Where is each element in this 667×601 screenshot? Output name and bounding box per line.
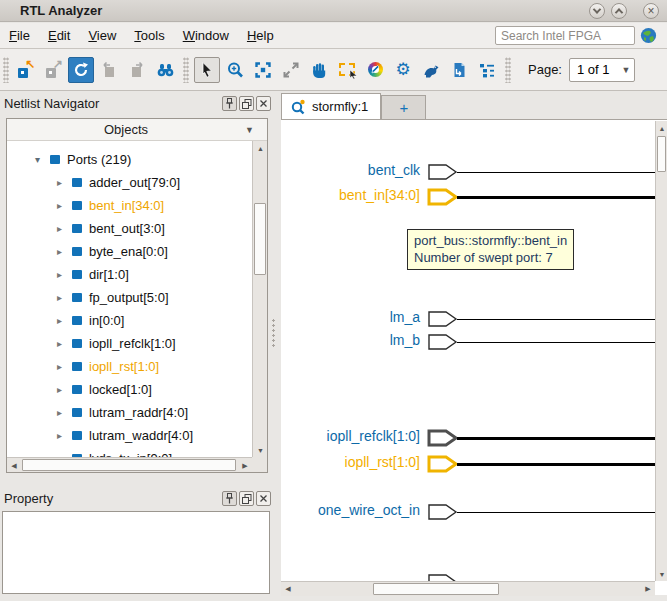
scrollbar-thumb[interactable] (22, 459, 236, 471)
canvas-horizontal-scrollbar[interactable]: ◀ ▶ (281, 581, 655, 596)
tree-item-ports-219[interactable]: ▾Ports (219) (7, 148, 252, 171)
schematic-port-one_wire_oct_in[interactable]: one_wire_oct_in (281, 502, 655, 522)
port-bullet-icon (72, 408, 82, 417)
expand-icon[interactable]: ▸ (53, 246, 66, 257)
tree-item-iopll_rst-1-0[interactable]: ▸iopll_rst[1:0] (7, 355, 252, 378)
color-settings-button[interactable] (362, 57, 388, 83)
toolbar-handle[interactable] (3, 57, 9, 83)
menu-edit[interactable]: Edit (39, 24, 79, 47)
close-button[interactable]: × (643, 3, 659, 19)
schematic-port-iopll_rst-1-0[interactable]: iopll_rst[1:0] (281, 454, 655, 474)
expand-icon[interactable]: ▸ (53, 177, 66, 188)
expand-icon[interactable]: ▸ (53, 384, 66, 395)
expand-view-button[interactable] (278, 57, 304, 83)
tree-item-byte_ena-0-0[interactable]: ▸byte_ena[0:0] (7, 240, 252, 263)
close-icon: × (647, 5, 654, 17)
scroll-right-icon[interactable]: ▶ (641, 582, 655, 596)
tree-item-dir-1-0[interactable]: ▸dir[1:0] (7, 263, 252, 286)
close-button[interactable] (256, 96, 271, 111)
expand-icon[interactable]: ▸ (53, 200, 66, 211)
float-button[interactable] (239, 491, 254, 506)
scrollbar-thumb[interactable] (254, 203, 266, 275)
previous-page-button[interactable] (96, 57, 122, 83)
pan-tool-button[interactable] (306, 57, 332, 83)
schematic-pane: bent_clkbent_in[34:0]lm_alm_biopll_refcl… (281, 119, 667, 595)
menu-file[interactable]: File (0, 24, 39, 47)
export-report-button[interactable] (446, 57, 472, 83)
schematic-port-bent_clk[interactable]: bent_clk (281, 162, 655, 182)
scroll-up-icon[interactable]: ▲ (253, 141, 268, 155)
refresh-button[interactable] (68, 57, 94, 83)
scrollbar-thumb[interactable] (657, 136, 666, 172)
expand-icon[interactable]: ▸ (53, 338, 66, 349)
unshade-button[interactable] (611, 3, 627, 19)
tree-item-lutram_raddr-4-0[interactable]: ▸lutram_raddr[4:0] (7, 401, 252, 424)
panel-splitter[interactable] (271, 318, 276, 348)
tree-item-bent_out-3-0[interactable]: ▸bent_out[3:0] (7, 217, 252, 240)
fit-view-button[interactable] (250, 57, 276, 83)
tree-item-lvds_tx_in-9-0[interactable]: ▸lvds_tx_in[9:0] (7, 447, 252, 457)
tree-horizontal-scrollbar[interactable]: ◀ ▶ (7, 457, 252, 472)
schematic-port-clipped[interactable] (281, 572, 655, 581)
expand-icon[interactable]: ▸ (53, 430, 66, 441)
scroll-left-icon[interactable]: ◀ (7, 458, 21, 473)
schematic-port-lm_a[interactable]: lm_a (281, 309, 655, 329)
search-input[interactable] (495, 26, 635, 45)
select-tool-button[interactable] (194, 57, 220, 83)
new-tab-button[interactable]: + (381, 95, 426, 119)
toolbar-separator (505, 57, 511, 83)
next-page-button[interactable] (124, 57, 150, 83)
navigate-up-button[interactable]: ↖ (12, 57, 38, 83)
navigate-forward-button[interactable]: ↗ (40, 57, 66, 83)
menu-view[interactable]: View (79, 24, 125, 47)
tree-item-in-0-0[interactable]: ▸in[0:0] (7, 309, 252, 332)
pin-button[interactable] (222, 96, 237, 111)
scrollbar-thumb[interactable] (373, 583, 499, 595)
scroll-left-icon[interactable]: ◀ (281, 582, 295, 596)
shade-button[interactable] (589, 3, 605, 19)
marquee-select-button[interactable] (334, 57, 360, 83)
tab-stormfly[interactable]: stormfly:1 (281, 93, 381, 119)
expand-icon[interactable]: ▸ (53, 315, 66, 326)
scroll-right-icon[interactable]: ▶ (238, 458, 252, 473)
scroll-up-icon[interactable]: ▲ (656, 121, 667, 135)
close-button[interactable] (256, 491, 271, 506)
schematic-canvas[interactable]: bent_clkbent_in[34:0]lm_alm_biopll_refcl… (281, 121, 655, 581)
menu-window[interactable]: Window (174, 24, 238, 47)
tree-item-bent_in-34-0[interactable]: ▸bent_in[34:0] (7, 194, 252, 217)
menu-tools[interactable]: Tools (125, 24, 173, 47)
objects-column-header[interactable]: Objects ▼ (7, 119, 267, 141)
find-button[interactable] (152, 57, 178, 83)
schematic-port-iopll_refclk-1-0[interactable]: iopll_refclk[1:0] (281, 428, 655, 448)
scroll-down-icon[interactable]: ▼ (253, 443, 268, 457)
birds-eye-view-button[interactable] (418, 57, 444, 83)
marquee-select-icon (339, 63, 355, 76)
tree-item-adder_out-79-0[interactable]: ▸adder_out[79:0] (7, 171, 252, 194)
tree-item-iopll_refclk-1-0[interactable]: ▸iopll_refclk[1:0] (7, 332, 252, 355)
port-symbol-icon (427, 572, 459, 581)
float-button[interactable] (239, 96, 254, 111)
canvas-vertical-scrollbar[interactable]: ▲ ▼ (655, 121, 667, 581)
expand-icon[interactable]: ▸ (53, 223, 66, 234)
collapse-icon[interactable]: ▾ (31, 154, 44, 165)
pin-button[interactable] (222, 491, 237, 506)
schematic-port-bent_in-34-0[interactable]: bent_in[34:0] (281, 187, 655, 207)
zoom-tool-button[interactable] (222, 57, 248, 83)
hierarchy-view-button[interactable] (474, 57, 500, 83)
expand-icon[interactable]: ▸ (53, 407, 66, 418)
expand-icon[interactable]: ▸ (53, 269, 66, 280)
settings-button[interactable]: ⚙ (390, 57, 416, 83)
select-tool-icon (198, 61, 216, 79)
expand-icon[interactable]: ▸ (53, 361, 66, 372)
tree-item-lutram_waddr-4-0[interactable]: ▸lutram_waddr[4:0] (7, 424, 252, 447)
tree-item-fp_output-5-0[interactable]: ▸fp_output[5:0] (7, 286, 252, 309)
schematic-port-lm_b[interactable]: lm_b (281, 332, 655, 352)
scroll-down-icon[interactable]: ▼ (656, 567, 667, 581)
tree-vertical-scrollbar[interactable]: ▲ ▼ (252, 141, 267, 457)
expand-icon[interactable]: ▸ (53, 292, 66, 303)
globe-icon[interactable] (640, 27, 657, 44)
tree-item-locked-1-0[interactable]: ▸locked[1:0] (7, 378, 252, 401)
menu-help[interactable]: Help (238, 24, 283, 47)
page-selector[interactable]: 1 of 1 ▼ (569, 58, 635, 82)
port-label: iopll_refclk[1:0] (281, 428, 423, 444)
